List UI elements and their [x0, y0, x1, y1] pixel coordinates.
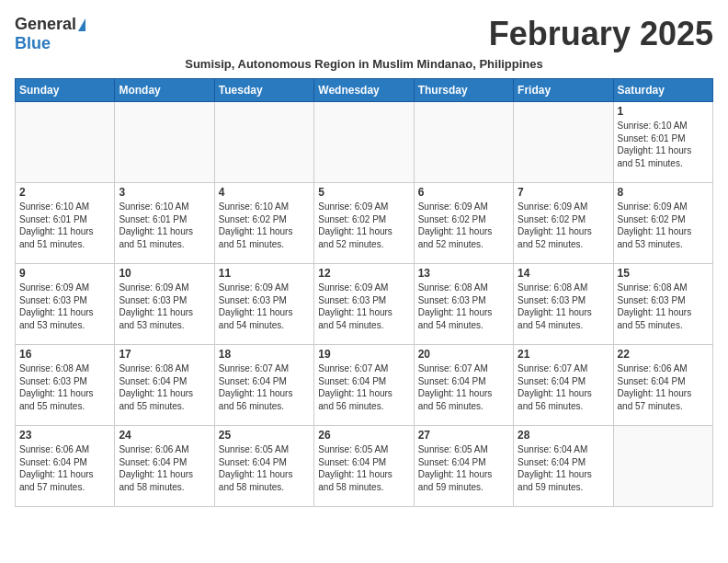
- calendar-cell: [16, 102, 115, 183]
- day-info: Sunrise: 6:04 AMSunset: 6:04 PMDaylight:…: [518, 443, 609, 493]
- day-info: Sunrise: 6:07 AMSunset: 6:04 PMDaylight:…: [418, 362, 509, 412]
- day-number: 18: [219, 348, 310, 361]
- day-info: Sunrise: 6:08 AMSunset: 6:03 PMDaylight:…: [418, 282, 509, 331]
- day-info: Sunrise: 6:09 AMSunset: 6:02 PMDaylight:…: [418, 201, 509, 250]
- day-number: 5: [318, 186, 409, 199]
- calendar-cell: 3Sunrise: 6:10 AMSunset: 6:01 PMDaylight…: [115, 183, 214, 264]
- calendar-week-row: 23Sunrise: 6:06 AMSunset: 6:04 PMDayligh…: [16, 426, 713, 507]
- calendar-cell: 4Sunrise: 6:10 AMSunset: 6:02 PMDaylight…: [214, 183, 313, 264]
- day-info: Sunrise: 6:09 AMSunset: 6:03 PMDaylight:…: [19, 282, 110, 331]
- day-info: Sunrise: 6:07 AMSunset: 6:04 PMDaylight:…: [318, 362, 409, 412]
- day-of-week-header: Saturday: [613, 79, 712, 102]
- day-info: Sunrise: 6:06 AMSunset: 6:04 PMDaylight:…: [19, 443, 110, 493]
- calendar-cell: 9Sunrise: 6:09 AMSunset: 6:03 PMDaylight…: [16, 264, 115, 345]
- day-info: Sunrise: 6:10 AMSunset: 6:02 PMDaylight:…: [219, 201, 310, 250]
- calendar-table: SundayMondayTuesdayWednesdayThursdayFrid…: [15, 78, 713, 507]
- calendar-week-row: 16Sunrise: 6:08 AMSunset: 6:03 PMDayligh…: [16, 345, 713, 426]
- calendar-cell: 23Sunrise: 6:06 AMSunset: 6:04 PMDayligh…: [16, 426, 115, 507]
- day-info: Sunrise: 6:08 AMSunset: 6:04 PMDaylight:…: [119, 362, 210, 412]
- calendar-cell: 12Sunrise: 6:09 AMSunset: 6:03 PMDayligh…: [314, 264, 414, 345]
- month-title: February 2025: [489, 15, 713, 53]
- logo: General Blue: [15, 15, 85, 53]
- calendar-week-row: 2Sunrise: 6:10 AMSunset: 6:01 PMDaylight…: [16, 183, 713, 264]
- calendar-cell: 27Sunrise: 6:05 AMSunset: 6:04 PMDayligh…: [414, 426, 513, 507]
- day-number: 6: [418, 186, 509, 199]
- calendar-cell: 10Sunrise: 6:09 AMSunset: 6:03 PMDayligh…: [115, 264, 214, 345]
- day-info: Sunrise: 6:06 AMSunset: 6:04 PMDaylight:…: [618, 362, 709, 412]
- day-number: 3: [119, 186, 210, 199]
- day-number: 27: [418, 429, 509, 442]
- calendar-cell: 14Sunrise: 6:08 AMSunset: 6:03 PMDayligh…: [514, 264, 613, 345]
- day-number: 4: [219, 186, 310, 199]
- day-info: Sunrise: 6:09 AMSunset: 6:02 PMDaylight:…: [518, 201, 609, 250]
- logo-general-text: General: [15, 15, 76, 34]
- calendar-cell: 19Sunrise: 6:07 AMSunset: 6:04 PMDayligh…: [314, 345, 414, 426]
- day-info: Sunrise: 6:05 AMSunset: 6:04 PMDaylight:…: [219, 443, 310, 493]
- day-info: Sunrise: 6:07 AMSunset: 6:04 PMDaylight:…: [219, 362, 310, 412]
- day-number: 14: [518, 267, 609, 280]
- calendar-cell: [214, 102, 313, 183]
- day-number: 9: [19, 267, 110, 280]
- page-header: General Blue February 2025: [15, 15, 713, 53]
- day-info: Sunrise: 6:10 AMSunset: 6:01 PMDaylight:…: [119, 201, 210, 250]
- day-info: Sunrise: 6:09 AMSunset: 6:03 PMDaylight:…: [219, 282, 310, 331]
- day-info: Sunrise: 6:07 AMSunset: 6:04 PMDaylight:…: [518, 362, 609, 412]
- calendar-week-row: 9Sunrise: 6:09 AMSunset: 6:03 PMDaylight…: [16, 264, 713, 345]
- logo-blue-text: Blue: [15, 34, 51, 53]
- calendar-cell: 1Sunrise: 6:10 AMSunset: 6:01 PMDaylight…: [613, 102, 712, 183]
- day-info: Sunrise: 6:09 AMSunset: 6:03 PMDaylight:…: [318, 282, 409, 331]
- calendar-cell: [414, 102, 513, 183]
- calendar-cell: 22Sunrise: 6:06 AMSunset: 6:04 PMDayligh…: [613, 345, 712, 426]
- calendar-cell: [314, 102, 414, 183]
- subtitle: Sumisip, Autonomous Region in Muslim Min…: [15, 57, 713, 71]
- calendar-cell: [514, 102, 613, 183]
- calendar-cell: [115, 102, 214, 183]
- day-number: 12: [318, 267, 409, 280]
- day-info: Sunrise: 6:05 AMSunset: 6:04 PMDaylight:…: [418, 443, 509, 493]
- calendar-cell: 7Sunrise: 6:09 AMSunset: 6:02 PMDaylight…: [514, 183, 613, 264]
- calendar-cell: 25Sunrise: 6:05 AMSunset: 6:04 PMDayligh…: [214, 426, 313, 507]
- calendar-cell: 17Sunrise: 6:08 AMSunset: 6:04 PMDayligh…: [115, 345, 214, 426]
- calendar-cell: 28Sunrise: 6:04 AMSunset: 6:04 PMDayligh…: [514, 426, 613, 507]
- day-number: 10: [119, 267, 210, 280]
- day-info: Sunrise: 6:09 AMSunset: 6:03 PMDaylight:…: [119, 282, 210, 331]
- calendar-header-row: SundayMondayTuesdayWednesdayThursdayFrid…: [16, 79, 713, 102]
- day-number: 15: [618, 267, 709, 280]
- day-number: 2: [19, 186, 110, 199]
- day-number: 8: [618, 186, 709, 199]
- calendar-cell: 26Sunrise: 6:05 AMSunset: 6:04 PMDayligh…: [314, 426, 414, 507]
- day-info: Sunrise: 6:06 AMSunset: 6:04 PMDaylight:…: [119, 443, 210, 493]
- calendar-cell: 16Sunrise: 6:08 AMSunset: 6:03 PMDayligh…: [16, 345, 115, 426]
- day-info: Sunrise: 6:08 AMSunset: 6:03 PMDaylight:…: [618, 282, 709, 331]
- day-of-week-header: Friday: [514, 79, 613, 102]
- calendar-cell: 21Sunrise: 6:07 AMSunset: 6:04 PMDayligh…: [514, 345, 613, 426]
- day-number: 20: [418, 348, 509, 361]
- day-of-week-header: Sunday: [16, 79, 115, 102]
- day-number: 13: [418, 267, 509, 280]
- day-number: 23: [19, 429, 110, 442]
- day-number: 19: [318, 348, 409, 361]
- day-info: Sunrise: 6:09 AMSunset: 6:02 PMDaylight:…: [618, 201, 709, 250]
- calendar-cell: 13Sunrise: 6:08 AMSunset: 6:03 PMDayligh…: [414, 264, 513, 345]
- calendar-cell: 11Sunrise: 6:09 AMSunset: 6:03 PMDayligh…: [214, 264, 313, 345]
- day-info: Sunrise: 6:08 AMSunset: 6:03 PMDaylight:…: [518, 282, 609, 331]
- day-number: 22: [618, 348, 709, 361]
- day-number: 24: [119, 429, 210, 442]
- day-info: Sunrise: 6:09 AMSunset: 6:02 PMDaylight:…: [318, 201, 409, 250]
- calendar-week-row: 1Sunrise: 6:10 AMSunset: 6:01 PMDaylight…: [16, 102, 713, 183]
- day-info: Sunrise: 6:10 AMSunset: 6:01 PMDaylight:…: [19, 201, 110, 250]
- day-number: 17: [119, 348, 210, 361]
- calendar-cell: 15Sunrise: 6:08 AMSunset: 6:03 PMDayligh…: [613, 264, 712, 345]
- day-of-week-header: Thursday: [414, 79, 513, 102]
- day-number: 26: [318, 429, 409, 442]
- day-of-week-header: Wednesday: [314, 79, 414, 102]
- day-number: 1: [618, 105, 709, 118]
- day-info: Sunrise: 6:10 AMSunset: 6:01 PMDaylight:…: [618, 120, 709, 169]
- day-of-week-header: Tuesday: [214, 79, 313, 102]
- calendar-cell: 20Sunrise: 6:07 AMSunset: 6:04 PMDayligh…: [414, 345, 513, 426]
- logo-triangle-icon: [78, 18, 85, 31]
- day-number: 25: [219, 429, 310, 442]
- day-info: Sunrise: 6:08 AMSunset: 6:03 PMDaylight:…: [19, 362, 110, 412]
- calendar-cell: 5Sunrise: 6:09 AMSunset: 6:02 PMDaylight…: [314, 183, 414, 264]
- day-info: Sunrise: 6:05 AMSunset: 6:04 PMDaylight:…: [318, 443, 409, 493]
